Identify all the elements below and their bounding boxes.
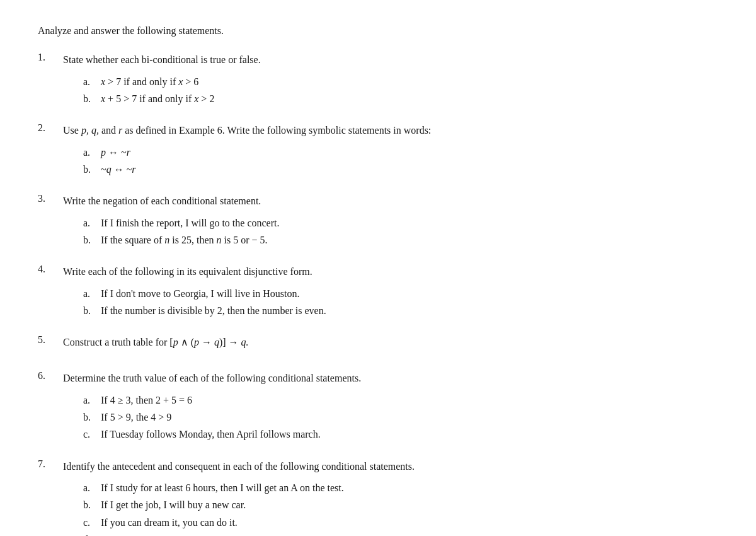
sub-label-1b: b. (83, 90, 96, 107)
question-content-1: State whether each bi-conditional is tru… (63, 52, 718, 107)
sub-list-6: a. If 4 ≥ 3, then 2 + 5 = 6 b. If 5 > 9,… (63, 392, 718, 443)
sub-label-7a: a. (83, 479, 96, 496)
sub-text-7a: If I study for at least 6 hours, then I … (101, 479, 718, 496)
sub-label-2a: a. (83, 144, 96, 161)
question-number-3: 3. (38, 193, 55, 248)
question-content-6: Determine the truth value of each of the… (63, 370, 718, 443)
sub-label-6a: a. (83, 392, 96, 409)
sub-text-4b: If the number is divisible by 2, then th… (101, 302, 718, 319)
intro-text: Analyze and answer the following stateme… (38, 25, 718, 37)
questions-list: 1. State whether each bi-conditional is … (38, 52, 718, 536)
sub-label-7d: d. (83, 531, 96, 536)
sub-item-3b: b. If the square of n is 25, then n is 5… (83, 231, 718, 248)
question-text-2: Use p, q, and r as defined in Example 6.… (63, 122, 718, 139)
question-item-7: 7. Identify the antecedent and consequen… (38, 458, 718, 536)
sub-label-1a: a. (83, 73, 96, 90)
sub-item-7b: b. If I get the job, I will buy a new ca… (83, 496, 718, 513)
question-text-4: Write each of the following in its equiv… (63, 264, 718, 280)
sub-text-2a: p ↔ ~r (101, 144, 718, 161)
sub-item-6b: b. If 5 > 9, the 4 > 9 (83, 409, 718, 426)
sub-text-1a: x > 7 if and only if x > 6 (101, 73, 718, 90)
sub-label-6b: b. (83, 409, 96, 426)
sub-item-4b: b. If the number is divisible by 2, then… (83, 302, 718, 319)
question-item-5: 5. Construct a truth table for [p ∧ (p →… (38, 334, 718, 356)
sub-text-6a: If 4 ≥ 3, then 2 + 5 = 6 (101, 392, 718, 409)
sub-item-4a: a. If I don't move to Georgia, I will li… (83, 285, 718, 302)
sub-item-6a: a. If 4 ≥ 3, then 2 + 5 = 6 (83, 392, 718, 409)
question-item-3: 3. Write the negation of each conditiona… (38, 193, 718, 248)
question-text-7: Identify the antecedent and consequent i… (63, 458, 718, 475)
sub-text-7b: If I get the job, I will buy a new car. (101, 496, 718, 513)
sub-text-6c: If Tuesday follows Monday, then April fo… (101, 426, 718, 443)
question-item-1: 1. State whether each bi-conditional is … (38, 52, 718, 107)
question-number-5: 5. (38, 334, 55, 356)
sub-list-7: a. If I study for at least 6 hours, then… (63, 479, 718, 536)
sub-item-2a: a. p ↔ ~r (83, 144, 718, 161)
question-number-4: 4. (38, 264, 55, 319)
sub-label-3b: b. (83, 231, 96, 248)
sub-list-4: a. If I don't move to Georgia, I will li… (63, 285, 718, 319)
question-item-6: 6. Determine the truth value of each of … (38, 370, 718, 443)
question-content-7: Identify the antecedent and consequent i… (63, 458, 718, 536)
question-number-1: 1. (38, 52, 55, 107)
sub-label-3a: a. (83, 214, 96, 231)
sub-item-1a: a. x > 7 if and only if x > 6 (83, 73, 718, 90)
sub-list-2: a. p ↔ ~r b. ~q ↔ ~r (63, 144, 718, 178)
question-text-6: Determine the truth value of each of the… (63, 370, 718, 387)
sub-text-4a: If I don't move to Georgia, I will live … (101, 285, 718, 302)
sub-text-1b: x + 5 > 7 if and only if x > 2 (101, 90, 718, 107)
sub-item-7d: d. (83, 531, 718, 536)
sub-text-6b: If 5 > 9, the 4 > 9 (101, 409, 718, 426)
question-number-2: 2. (38, 122, 55, 178)
sub-text-3b: If the square of n is 25, then n is 5 or… (101, 231, 718, 248)
sub-label-4a: a. (83, 285, 96, 302)
sub-item-3a: a. If I finish the report, I will go to … (83, 214, 718, 231)
question-item-4: 4. Write each of the following in its eq… (38, 264, 718, 319)
question-text-3: Write the negation of each conditional s… (63, 193, 718, 209)
sub-label-6c: c. (83, 426, 96, 443)
question-item-2: 2. Use p, q, and r as defined in Example… (38, 122, 718, 178)
sub-item-7c: c. If you can dream it, you can do it. (83, 514, 718, 531)
sub-text-7c: If you can dream it, you can do it. (101, 514, 718, 531)
question-text-5: Construct a truth table for [p ∧ (p → q)… (63, 334, 718, 351)
sub-text-7d (101, 531, 718, 536)
question-number-7: 7. (38, 458, 55, 536)
sub-item-7a: a. If I study for at least 6 hours, then… (83, 479, 718, 496)
question-text-1: State whether each bi-conditional is tru… (63, 52, 718, 68)
sub-label-7c: c. (83, 514, 96, 531)
sub-item-6c: c. If Tuesday follows Monday, then April… (83, 426, 718, 443)
question-content-4: Write each of the following in its equiv… (63, 264, 718, 319)
sub-label-2b: b. (83, 161, 96, 178)
question-content-3: Write the negation of each conditional s… (63, 193, 718, 248)
sub-item-1b: b. x + 5 > 7 if and only if x > 2 (83, 90, 718, 107)
sub-label-7b: b. (83, 496, 96, 513)
question-content-5: Construct a truth table for [p ∧ (p → q)… (63, 334, 718, 356)
sub-text-3a: If I finish the report, I will go to the… (101, 214, 718, 231)
sub-label-4b: b. (83, 302, 96, 319)
sub-list-1: a. x > 7 if and only if x > 6 b. x + 5 >… (63, 73, 718, 107)
sub-item-2b: b. ~q ↔ ~r (83, 161, 718, 178)
sub-list-3: a. If I finish the report, I will go to … (63, 214, 718, 248)
sub-text-2b: ~q ↔ ~r (101, 161, 718, 178)
question-content-2: Use p, q, and r as defined in Example 6.… (63, 122, 718, 178)
question-number-6: 6. (38, 370, 55, 443)
page-container: Analyze and answer the following stateme… (38, 25, 718, 536)
